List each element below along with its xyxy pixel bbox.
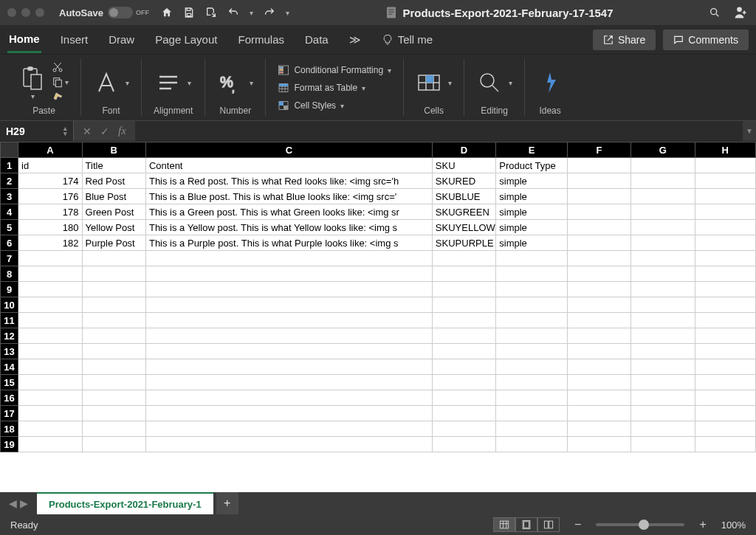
ribbon-editing[interactable]: ▾ Editing	[464, 59, 525, 116]
cell[interactable]	[567, 390, 630, 406]
cell[interactable]	[631, 158, 695, 173]
name-box[interactable]: H29 ▴▾	[0, 121, 74, 141]
cell[interactable]	[82, 359, 145, 375]
maximize-dot[interactable]	[35, 8, 44, 17]
cell[interactable]	[82, 390, 145, 406]
cell-styles-button[interactable]: Cell Styles▾	[278, 100, 344, 111]
cell[interactable]	[695, 189, 755, 204]
cell[interactable]	[432, 359, 495, 375]
cell[interactable]	[631, 297, 695, 313]
cell[interactable]	[496, 406, 567, 421]
copy-dropdown[interactable]: ▾	[65, 78, 69, 86]
cell[interactable]	[432, 344, 495, 359]
cell[interactable]: Green Post	[82, 204, 145, 220]
cell[interactable]	[82, 437, 145, 452]
cell[interactable]	[432, 297, 495, 313]
page-layout-view-button[interactable]	[515, 517, 537, 532]
cell[interactable]	[432, 375, 495, 390]
cell[interactable]	[432, 328, 495, 344]
redo-dropdown[interactable]: ▾	[286, 9, 289, 17]
row-header-3[interactable]: 3	[1, 189, 18, 204]
cell[interactable]	[631, 406, 695, 421]
cell[interactable]: Content	[145, 158, 432, 173]
cell[interactable]: SKUYELLOW	[432, 220, 495, 235]
cell[interactable]	[432, 313, 495, 328]
cell[interactable]	[18, 421, 82, 437]
column-header-C[interactable]: C	[145, 142, 432, 158]
cell[interactable]	[695, 406, 755, 421]
cell[interactable]	[18, 313, 82, 328]
cell[interactable]: simple	[496, 173, 567, 189]
cell[interactable]	[145, 344, 432, 359]
search-icon[interactable]	[709, 7, 721, 18]
cell[interactable]	[432, 282, 495, 297]
cell[interactable]	[567, 406, 630, 421]
cell[interactable]: Title	[82, 158, 145, 173]
row-header-14[interactable]: 14	[1, 359, 18, 375]
cell[interactable]	[695, 204, 755, 220]
cell[interactable]	[496, 251, 567, 266]
tab-tellme[interactable]: Tell me	[380, 27, 435, 52]
cell[interactable]: This is a Green post. This is what Green…	[145, 204, 432, 220]
ribbon-number[interactable]: %, ▾ Number	[205, 59, 266, 116]
cell[interactable]: Yellow Post	[82, 220, 145, 235]
row-header-11[interactable]: 11	[1, 313, 18, 328]
autosave-toggle[interactable]: AutoSave OFF	[59, 7, 149, 18]
cell[interactable]: 182	[18, 235, 82, 251]
conditional-formatting-button[interactable]: Conditional Formatting▾	[278, 64, 391, 76]
cell[interactable]	[631, 282, 695, 297]
cell[interactable]	[82, 375, 145, 390]
cell[interactable]	[18, 344, 82, 359]
save-icon[interactable]	[183, 7, 195, 18]
cell[interactable]	[567, 344, 630, 359]
paste-icon[interactable]	[19, 66, 46, 92]
cell[interactable]	[82, 421, 145, 437]
cell[interactable]	[18, 251, 82, 266]
cell[interactable]	[496, 375, 567, 390]
row-header-2[interactable]: 2	[1, 173, 18, 189]
formula-bar-expand[interactable]: ▼	[743, 121, 756, 141]
cell[interactable]	[695, 235, 755, 251]
cell[interactable]	[631, 313, 695, 328]
cell[interactable]	[496, 390, 567, 406]
column-header-F[interactable]: F	[567, 142, 630, 158]
cell[interactable]	[18, 266, 82, 282]
cell[interactable]	[567, 189, 630, 204]
row-header-8[interactable]: 8	[1, 266, 18, 282]
cell[interactable]	[145, 421, 432, 437]
cell[interactable]: simple	[496, 220, 567, 235]
cell[interactable]	[432, 390, 495, 406]
undo-dropdown[interactable]: ▾	[250, 9, 253, 17]
cell[interactable]	[631, 189, 695, 204]
copy-icon[interactable]	[52, 76, 63, 88]
column-header-G[interactable]: G	[631, 142, 695, 158]
row-header-5[interactable]: 5	[1, 220, 18, 235]
row-header-10[interactable]: 10	[1, 297, 18, 313]
cell[interactable]: simple	[496, 235, 567, 251]
cell[interactable]	[18, 297, 82, 313]
fx-icon[interactable]: fx	[118, 125, 126, 137]
tab-page-layout[interactable]: Page Layout	[154, 27, 219, 52]
cell[interactable]	[432, 266, 495, 282]
minimize-dot[interactable]	[21, 8, 30, 17]
cell[interactable]	[145, 251, 432, 266]
cell[interactable]	[695, 282, 755, 297]
cell[interactable]	[145, 313, 432, 328]
cell[interactable]: This is a Purple post. This is what Purp…	[145, 235, 432, 251]
cell[interactable]	[567, 235, 630, 251]
cell[interactable]: simple	[496, 189, 567, 204]
row-header-7[interactable]: 7	[1, 251, 18, 266]
column-header-E[interactable]: E	[496, 142, 567, 158]
cell[interactable]	[82, 266, 145, 282]
cell[interactable]	[567, 266, 630, 282]
cell[interactable]: Product Type	[496, 158, 567, 173]
cell[interactable]	[18, 406, 82, 421]
cell[interactable]: This is a Blue post. This is what Blue l…	[145, 189, 432, 204]
row-header-9[interactable]: 9	[1, 282, 18, 297]
cell[interactable]	[631, 204, 695, 220]
cell[interactable]	[82, 313, 145, 328]
cell[interactable]	[695, 328, 755, 344]
cell[interactable]	[145, 406, 432, 421]
cell[interactable]	[432, 437, 495, 452]
cell[interactable]	[145, 437, 432, 452]
